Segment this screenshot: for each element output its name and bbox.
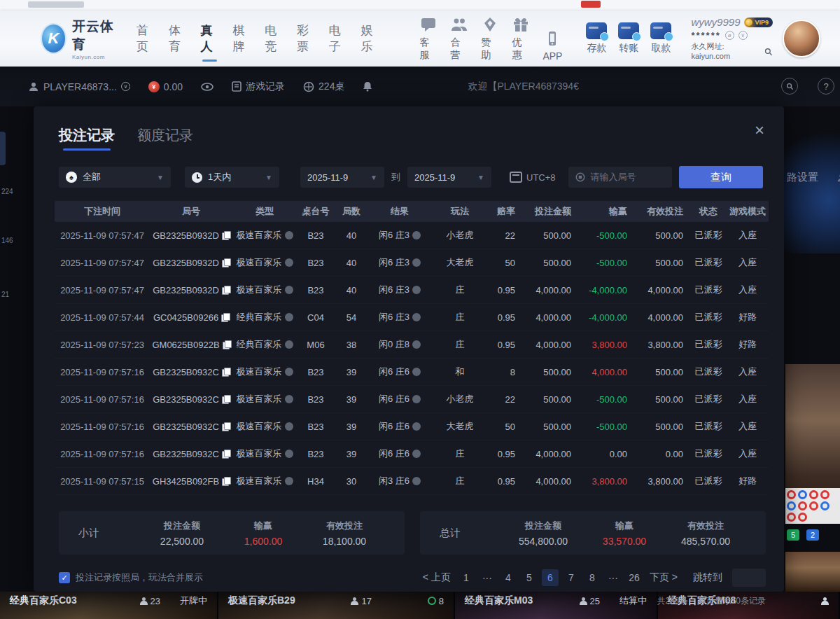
- result-icon: [412, 395, 421, 403]
- table-row[interactable]: 2025-11-09 07:57:16GB2325B0932C极速百家乐B233…: [55, 386, 769, 413]
- search-circle-icon[interactable]: [781, 78, 798, 95]
- service-优惠[interactable]: 优惠: [512, 15, 530, 62]
- copy-icon[interactable]: [222, 231, 230, 239]
- page-4[interactable]: 4: [500, 569, 517, 586]
- left-edge-badge: 21: [1, 291, 9, 298]
- cell-status: 已派彩: [690, 393, 727, 405]
- cell-winloss: 3,800.00: [578, 340, 634, 350]
- live-table-video[interactable]: [785, 364, 840, 524]
- table-row[interactable]: 2025-11-09 07:57:44GC0425B09266经典百家乐C045…: [55, 304, 769, 331]
- copy-icon[interactable]: [223, 340, 230, 349]
- cell-round-id: GC0425B09266: [150, 312, 232, 323]
- avatar[interactable]: [783, 20, 820, 57]
- help-circle-icon[interactable]: ?: [818, 78, 834, 95]
- game-record-button[interactable]: 游戏记录: [232, 81, 285, 93]
- wallet-转账[interactable]: 转账: [618, 22, 639, 55]
- eye-off-icon[interactable]: ø: [725, 31, 734, 40]
- time-range-select[interactable]: 1天内 ▼: [185, 167, 279, 188]
- date-to-picker[interactable]: 2025-11-9 ▼: [407, 167, 491, 188]
- timezone-display[interactable]: UTC+8: [510, 172, 556, 183]
- cell-winloss: -4,000.00: [578, 312, 634, 323]
- copy-icon[interactable]: [222, 286, 230, 294]
- copy-icon[interactable]: [221, 313, 229, 321]
- user-info[interactable]: wywy9999 VIP9 ****** ø ∨ 永久网址: kaiyun.co…: [691, 16, 773, 62]
- round-search-input[interactable]: 请输入局号: [568, 167, 672, 188]
- tab-投注记录[interactable]: 投注记录: [59, 126, 115, 151]
- live-table-tile[interactable]: 极速百家乐B29178: [218, 592, 455, 619]
- subtotal-bet-value: 22,500.00: [141, 536, 223, 547]
- nav-item-电子[interactable]: 电子: [329, 18, 347, 59]
- query-button[interactable]: 查询: [679, 166, 763, 188]
- page-5[interactable]: 5: [521, 569, 538, 586]
- page-26[interactable]: 26: [626, 569, 643, 586]
- road-ring: [820, 490, 830, 499]
- copy-icon[interactable]: [222, 368, 230, 376]
- table-row[interactable]: 2025-11-09 07:57:23GM0625B0922B经典百家乐M063…: [55, 331, 769, 359]
- page-7[interactable]: 7: [563, 569, 580, 586]
- game-type-select[interactable]: ♠ 全部 ▼: [59, 167, 171, 188]
- cell-odds: 0.95: [489, 340, 522, 350]
- table-row[interactable]: 2025-11-09 07:57:16GB2325B0932C极速百家乐B233…: [55, 440, 769, 468]
- table-row[interactable]: 2025-11-09 07:57:16GB2325B0932C极速百家乐B233…: [55, 413, 769, 440]
- merge-checkbox[interactable]: ✓: [59, 572, 70, 583]
- copy-icon[interactable]: [222, 450, 230, 458]
- table-row[interactable]: 2025-11-09 07:57:47GB2325B0932D极速百家乐B234…: [55, 222, 769, 249]
- game-type-icon: [285, 395, 293, 403]
- background-banner: [784, 120, 840, 253]
- service-客服[interactable]: 客服: [419, 15, 438, 62]
- nav-item-真人[interactable]: 真人: [201, 18, 219, 59]
- cell-table-no: B23: [297, 285, 335, 295]
- page-1[interactable]: 1: [458, 569, 475, 586]
- nav-item-首页[interactable]: 首页: [136, 18, 155, 59]
- page-8[interactable]: 8: [584, 569, 601, 586]
- table-row[interactable]: 2025-11-09 07:57:47GB2325B0932D极速百家乐B234…: [55, 277, 769, 304]
- prev-page-button[interactable]: < 上页: [420, 569, 454, 586]
- table-row[interactable]: 2025-11-09 07:57:47GB2325B0932D极速百家乐B234…: [55, 249, 769, 277]
- live-table-tile[interactable]: 经典百家乐M0325结算中: [455, 592, 658, 619]
- table-row[interactable]: 2025-11-09 07:57:16GB2325B0932C极速百家乐B233…: [55, 359, 769, 386]
- nav-item-娱乐[interactable]: 娱乐: [361, 18, 379, 59]
- player-count: 25: [590, 596, 600, 606]
- eye-toggle[interactable]: [201, 83, 214, 91]
- people-icon: [450, 15, 468, 34]
- person-icon: [140, 597, 148, 605]
- table-row[interactable]: 2025-11-09 07:57:15GH3425B092FB极速百家乐H343…: [55, 468, 769, 495]
- cell-winloss: 4,000.00: [578, 367, 634, 377]
- service-合营[interactable]: 合营: [450, 15, 468, 62]
- tables-count-button[interactable]: 224桌: [303, 81, 344, 93]
- service-赞助[interactable]: 赞助: [481, 15, 499, 62]
- close-icon[interactable]: ×: [750, 122, 769, 140]
- copy-icon[interactable]: [222, 258, 230, 267]
- cell-winloss: -500.00: [578, 422, 634, 432]
- site-logo[interactable]: K 开云体育 Kaiyun.com: [41, 18, 118, 60]
- date-from-picker[interactable]: 2025-11-9 ▼: [300, 167, 384, 188]
- next-page-button[interactable]: 下页 >: [647, 569, 680, 586]
- magnifier-icon[interactable]: [764, 48, 773, 56]
- service-APP[interactable]: APP: [542, 29, 562, 62]
- nav-item-体育[interactable]: 体育: [169, 18, 187, 59]
- nav-item-彩票[interactable]: 彩票: [297, 18, 315, 59]
- total-win-label: 输赢: [584, 520, 665, 532]
- page-6[interactable]: 6: [542, 569, 559, 586]
- cell-play: 庄: [431, 475, 489, 487]
- live-table-video-2[interactable]: [785, 552, 840, 592]
- nav-item-棋牌[interactable]: 棋牌: [232, 18, 251, 59]
- wallet-存款[interactable]: 存款: [586, 22, 607, 55]
- road-settings-label[interactable]: 路设置: [787, 171, 818, 184]
- calendar-icon: [510, 172, 522, 183]
- wallet-取款[interactable]: 取款: [650, 22, 671, 55]
- live-table-tile[interactable]: 经典百家乐C0323开牌中: [0, 592, 218, 619]
- copy-icon[interactable]: [222, 422, 230, 431]
- jump-page-input[interactable]: [732, 569, 766, 587]
- copy-icon[interactable]: [222, 477, 230, 485]
- tab-额度记录[interactable]: 额度记录: [137, 126, 193, 151]
- nav-item-电竞[interactable]: 电竞: [265, 18, 283, 59]
- copy-icon[interactable]: [222, 395, 230, 403]
- balance-display[interactable]: ¥ 0.00: [148, 81, 183, 92]
- total-valid-label: 有效投注: [665, 520, 746, 532]
- player-menu[interactable]: PLAYER46873... ∨: [28, 81, 130, 92]
- filter-bar: ♠ 全部 ▼ 1天内 ▼ 2025-11-9 ▼ 到 2025-11-9 ▼ U…: [59, 166, 763, 188]
- refresh-icon[interactable]: ∨: [738, 31, 748, 40]
- notification-bell[interactable]: [363, 81, 372, 92]
- cell-game-mode: 入座: [727, 256, 769, 269]
